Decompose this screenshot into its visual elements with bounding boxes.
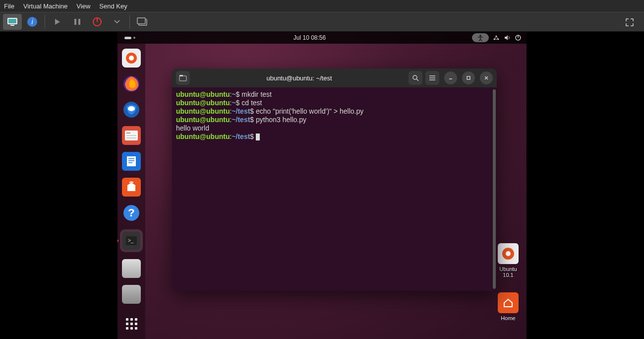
power-dropdown[interactable] (108, 14, 126, 30)
svg-rect-2 (10, 25, 14, 26)
svg-rect-29 (128, 162, 132, 163)
dock-software-icon[interactable] (122, 178, 141, 197)
new-tab-button[interactable] (176, 71, 190, 85)
menu-file[interactable]: File (4, 2, 14, 10)
terminal-line: ubuntu@ubuntu:~/test$ echo "print('hello… (176, 107, 493, 116)
menu-send-key[interactable]: Send Key (99, 2, 127, 10)
power-icon[interactable] (515, 34, 522, 41)
cursor-icon (256, 134, 260, 140)
dock-thunderbird-icon[interactable] (122, 100, 141, 119)
svg-rect-23 (126, 133, 130, 134)
dock-terminal-icon[interactable]: >_ (120, 229, 143, 252)
terminal-window: ubuntu@ubuntu: ~/test ubuntu@ubuntu:~$ m… (172, 68, 497, 291)
guest-desktop[interactable]: Jul 10 08:56 (117, 32, 527, 339)
svg-point-38 (413, 75, 417, 79)
svg-rect-28 (128, 160, 134, 161)
svg-point-35 (506, 251, 511, 256)
desktop-ubuntu-label: Ubuntu 10.1 (496, 266, 521, 278)
svg-rect-10 (137, 18, 145, 24)
svg-rect-1 (8, 19, 16, 23)
terminal-prompt: ubuntu@ubuntu:~/test$ (176, 133, 493, 141)
svg-rect-24 (126, 135, 136, 136)
fullscreen-button[interactable] (620, 14, 639, 30)
menu-virtual-machine[interactable]: Virtual Machine (23, 2, 67, 10)
terminal-line: ubuntu@ubuntu:~/test$ python3 hello.py (176, 116, 493, 124)
desktop-home-label: Home (496, 315, 521, 321)
info-button[interactable]: i (23, 14, 42, 30)
svg-rect-6 (78, 19, 80, 25)
separator (45, 15, 45, 29)
dock: ? >_ (117, 44, 145, 339)
desktop-ubuntu-icon[interactable]: Ubuntu 10.1 (496, 243, 521, 278)
terminal-scrollbar[interactable] (493, 89, 496, 289)
close-button[interactable] (480, 71, 493, 84)
dock-writer-icon[interactable] (122, 152, 141, 171)
terminal-output: hello world (176, 124, 493, 133)
terminal-body[interactable]: ubuntu@ubuntu:~$ mkdir test ubuntu@ubunt… (172, 87, 497, 291)
pause-button[interactable] (68, 14, 87, 30)
svg-text:>_: >_ (128, 238, 134, 243)
desktop-home-icon[interactable]: Home (496, 292, 521, 321)
separator (129, 15, 130, 29)
minimize-button[interactable] (444, 71, 457, 84)
dock-firefox-icon[interactable] (122, 74, 141, 93)
menu-button[interactable] (425, 71, 439, 85)
maximize-button[interactable] (462, 71, 475, 84)
dock-disk2-icon[interactable] (122, 285, 141, 304)
svg-text:?: ? (128, 206, 134, 219)
host-menubar: File Virtual Machine View Send Key (0, 0, 644, 12)
show-applications-button[interactable] (122, 314, 141, 333)
accessibility-icon[interactable] (472, 33, 489, 42)
terminal-titlebar[interactable]: ubuntu@ubuntu: ~/test (172, 68, 497, 87)
svg-rect-5 (74, 19, 76, 25)
dock-disk1-icon[interactable] (122, 259, 141, 278)
guest-area: Jul 10 08:56 (0, 32, 644, 339)
activities-button[interactable] (117, 37, 147, 39)
power-button[interactable] (88, 14, 107, 30)
menu-view[interactable]: View (76, 2, 90, 10)
dock-files-icon[interactable] (122, 126, 141, 145)
svg-line-39 (416, 79, 418, 81)
terminal-title: ubuntu@ubuntu: ~/test (193, 74, 406, 82)
volume-icon[interactable] (504, 34, 511, 41)
svg-rect-44 (467, 76, 470, 79)
svg-rect-37 (179, 75, 183, 76)
host-toolbar: i (0, 12, 644, 32)
terminal-line: ubuntu@ubuntu:~$ mkdir test (176, 90, 493, 99)
clock[interactable]: Jul 10 08:56 (147, 34, 472, 41)
svg-rect-26 (127, 156, 136, 166)
play-button[interactable] (48, 14, 67, 30)
svg-rect-27 (128, 158, 134, 159)
guest-topbar: Jul 10 08:56 (117, 32, 527, 44)
svg-point-11 (479, 35, 481, 37)
console-button[interactable] (3, 14, 22, 30)
network-icon[interactable] (493, 34, 500, 41)
svg-rect-36 (179, 76, 186, 81)
svg-point-21 (128, 106, 135, 111)
dock-installer-icon[interactable] (122, 49, 141, 68)
snapshot-button[interactable] (133, 14, 152, 30)
svg-rect-25 (126, 137, 136, 138)
terminal-line: ubuntu@ubuntu:~$ cd test (176, 99, 493, 107)
svg-point-18 (129, 56, 134, 61)
dock-help-icon[interactable]: ? (122, 203, 141, 222)
search-button[interactable] (409, 71, 422, 85)
